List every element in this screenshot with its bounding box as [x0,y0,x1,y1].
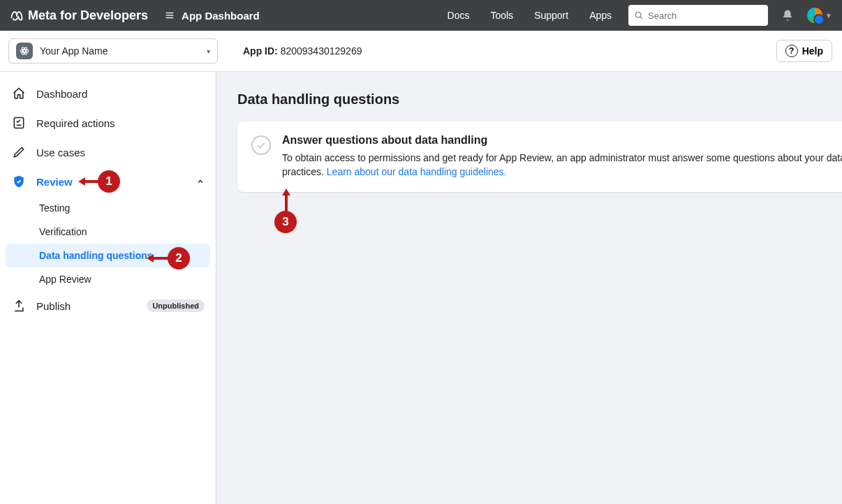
app-selector[interactable]: Your App Name ▾ [8,38,218,64]
sidebar-item-label: Use cases [36,147,85,158]
page-title: Data handling questions [237,91,842,108]
svg-point-5 [23,50,26,52]
notifications-icon[interactable] [778,9,797,22]
help-icon: ? [785,45,798,57]
help-label: Help [802,45,823,57]
sidebar-item-use-cases[interactable]: Use cases [0,138,216,167]
subheader: Your App Name ▾ App ID: 820093430129269 … [0,31,842,72]
svg-line-4 [640,17,642,19]
sidebar-item-dashboard[interactable]: Dashboard [0,79,216,108]
help-button[interactable]: ? Help [776,40,832,62]
card-body: Answer questions about data handling To … [282,134,842,179]
upload-icon [11,299,27,313]
card-text: To obtain access to permissions and get … [282,151,842,179]
top-nav: Docs Tools Support Apps [448,10,612,21]
svg-rect-9 [14,118,23,128]
data-handling-card[interactable]: Answer questions about data handling To … [237,121,842,192]
app-id-value: 820093430129269 [281,45,362,57]
sidebar: Dashboard Required actions Use cases [0,72,216,504]
hamburger-icon [165,10,175,20]
sidebar-item-required-actions[interactable]: Required actions [0,108,216,138]
sidebar-item-label: Required actions [36,117,115,129]
search-box[interactable] [628,5,768,26]
app-id-label: App ID: [243,45,278,57]
app-id: App ID: 820093430129269 [243,45,362,57]
check-circle-icon [251,135,271,155]
publish-status-badge: Unpublished [147,299,205,312]
annotation-marker-3: 3 [274,211,297,233]
chevron-up-icon [196,177,205,186]
sidebar-item-label: Review [36,176,73,188]
app-badge-icon [16,43,33,59]
nav-support[interactable]: Support [534,10,568,21]
sidebar-sub-label: Verification [39,226,87,237]
sidebar-sub-label: Testing [39,202,70,214]
sidebar-sub-label: Data handling questions [39,250,153,261]
avatar [807,8,822,23]
search-input[interactable] [648,10,765,21]
topbar: Meta for Developers App Dashboard Docs T… [0,0,842,31]
app-dashboard-label: App Dashboard [182,10,260,22]
search-icon [634,10,644,20]
caret-down-icon: ▾ [207,47,210,55]
svg-point-3 [635,12,641,17]
brand[interactable]: Meta for Developers [10,8,148,23]
sidebar-sub-testing[interactable]: Testing [6,196,210,220]
content-area: Data handling questions Answer questions… [216,72,842,504]
sidebar-sub-verification[interactable]: Verification [6,220,210,244]
sidebar-item-publish[interactable]: Publish Unpublished [0,291,216,320]
annotation-arrow-1 [78,177,85,186]
checklist-icon [11,116,27,130]
account-menu[interactable]: ▼ [807,8,832,23]
annotation-marker-2: 2 [168,247,190,269]
sidebar-item-label: Dashboard [36,88,87,100]
nav-docs[interactable]: Docs [448,10,470,21]
pencil-icon [11,145,27,159]
sidebar-item-label: Publish [36,300,71,312]
annotation-marker-1: 1 [98,170,120,193]
card-title: Answer questions about data handling [282,134,842,147]
nav-tools[interactable]: Tools [490,10,513,21]
chevron-down-icon: ▼ [825,12,832,20]
annotation-arrow-3 [282,188,290,195]
card-link[interactable]: Learn about our data handling guidelines… [327,166,507,177]
annotation-arrow-2 [147,254,154,262]
brand-text: Meta for Developers [28,8,148,23]
nav-apps[interactable]: Apps [589,10,612,21]
home-icon [11,87,27,101]
meta-logo-icon [10,8,24,22]
app-dashboard-link[interactable]: App Dashboard [165,10,260,22]
shield-check-icon [11,175,27,188]
sidebar-sub-app-review[interactable]: App Review [6,267,210,291]
app-name: Your App Name [40,45,200,57]
sidebar-sub-label: App Review [39,274,91,285]
